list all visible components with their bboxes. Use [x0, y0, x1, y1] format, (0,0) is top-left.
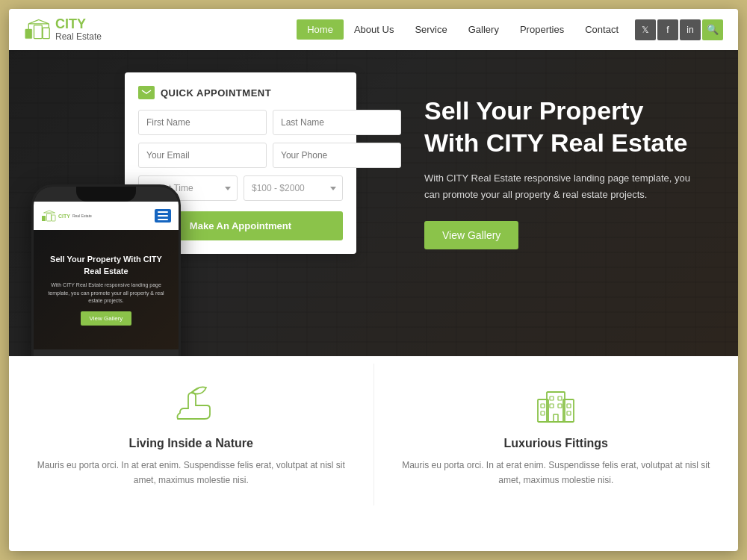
appointment-icon: [138, 86, 155, 99]
svg-rect-2: [43, 28, 49, 39]
svg-rect-8: [47, 214, 52, 221]
nav-contact[interactable]: Contact: [574, 19, 629, 40]
svg-rect-21: [541, 411, 545, 415]
svg-marker-3: [28, 20, 49, 24]
svg-rect-6: [141, 88, 152, 97]
hero-description: With CITY Real Estate responsive landing…: [424, 170, 693, 203]
features-section: Living Inside a Nature Mauris eu porta o…: [9, 356, 738, 513]
svg-rect-0: [25, 29, 32, 39]
svg-marker-10: [44, 211, 55, 213]
svg-rect-22: [567, 404, 571, 408]
logo-city: CITY: [55, 16, 86, 31]
hero-title: Sell Your Property With CITY Real Estate: [424, 95, 693, 158]
nav-home[interactable]: Home: [297, 19, 344, 40]
svg-rect-23: [567, 411, 571, 415]
svg-rect-18: [558, 404, 562, 408]
phone-mockup: CITY Real Estate Sell Your Property With…: [31, 184, 181, 356]
nav-properties[interactable]: Properties: [509, 19, 574, 40]
svg-rect-9: [52, 215, 55, 221]
twitter-button[interactable]: 𝕏: [635, 19, 656, 40]
feature-nature-desc: Mauris eu porta orci. In at erat enim. S…: [31, 458, 351, 488]
main-frame: CITY Real Estate Home About Us Service G…: [9, 9, 738, 551]
phone-hero: Sell Your Property With CITY Real Estate…: [34, 230, 179, 349]
feature-fittings-title: Luxurious Fittings: [503, 437, 608, 450]
phone-navbar: CITY Real Estate: [34, 202, 179, 230]
appointment-header: QUICK APPOINTMENT: [138, 86, 343, 99]
phone-hero-title: Sell Your Property With CITY Real Estate: [41, 254, 171, 277]
hero-content: Sell Your Property With CITY Real Estate…: [424, 95, 693, 249]
logo-real-estate: Real Estate: [55, 32, 102, 42]
leaf-hand-icon: [169, 382, 214, 426]
svg-rect-20: [541, 404, 545, 408]
nav-links: Home About Us Service Gallery Properties…: [297, 19, 723, 40]
svg-rect-1: [34, 25, 43, 39]
first-name-input[interactable]: [138, 110, 267, 135]
feature-fittings: Luxurious Fittings Mauris eu porta orci.…: [374, 364, 739, 506]
social-icons: 𝕏 f in 🔍: [635, 19, 723, 40]
feature-nature: Living Inside a Nature Mauris eu porta o…: [9, 364, 374, 506]
view-gallery-button[interactable]: View Gallery: [424, 221, 518, 249]
budget-select[interactable]: $100 - $2000: [244, 175, 343, 201]
facebook-button[interactable]: f: [657, 19, 678, 40]
svg-rect-16: [558, 396, 562, 400]
phone-gallery-button[interactable]: View Gallery: [81, 311, 132, 326]
contact-row: [138, 143, 343, 168]
nav-gallery[interactable]: Gallery: [458, 19, 509, 40]
phone-notch: [76, 187, 136, 202]
phone-hero-desc: With CITY Real Estate responsive landing…: [41, 281, 171, 305]
phone-menu-icon[interactable]: [155, 209, 171, 223]
appointment-title: QUICK APPOINTMENT: [161, 87, 271, 99]
name-row: [138, 110, 343, 135]
hero-section: QUICK APPOINTMENT Select Time $100 - $20…: [9, 50, 738, 356]
menu-line-2: [158, 215, 168, 217]
phone-screen: CITY Real Estate Sell Your Property With…: [34, 187, 179, 356]
email-input[interactable]: [138, 143, 267, 168]
svg-rect-17: [550, 404, 554, 408]
phone-logo: CITY Real Estate: [41, 210, 92, 222]
nav-about[interactable]: About Us: [344, 19, 404, 40]
last-name-input[interactable]: [273, 110, 401, 135]
search-button[interactable]: 🔍: [702, 19, 723, 40]
nav-service[interactable]: Service: [404, 19, 457, 40]
svg-rect-7: [42, 216, 46, 221]
linkedin-button[interactable]: in: [680, 19, 701, 40]
logo[interactable]: CITY Real Estate: [24, 17, 102, 42]
navbar: CITY Real Estate Home About Us Service G…: [9, 9, 738, 50]
feature-nature-title: Living Inside a Nature: [129, 437, 253, 450]
feature-fittings-desc: Mauris eu porta orci. In at erat enim. S…: [397, 458, 716, 488]
svg-rect-15: [550, 396, 554, 400]
building-icon: [533, 382, 578, 426]
menu-line-1: [158, 211, 168, 213]
menu-line-3: [158, 219, 168, 220]
svg-rect-19: [554, 414, 558, 422]
phone-input[interactable]: [273, 143, 401, 168]
